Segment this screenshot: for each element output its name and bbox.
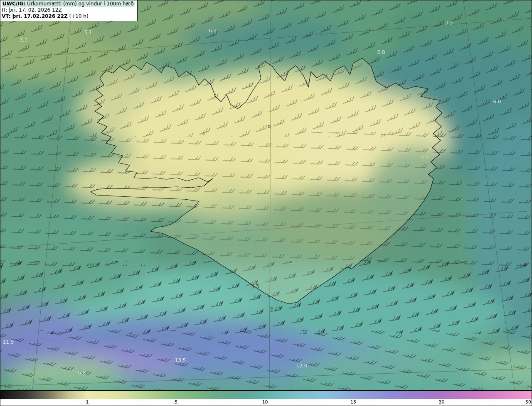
product-description: Úrkomumætti (mm) og vindur í 100m hæð xyxy=(25,1,133,7)
colorbar-tick-label: 30 xyxy=(438,399,444,405)
map-area: 3.05.16.23.35.86.01.01.20.94.511.913.512… xyxy=(0,0,532,391)
weather-map-screen: 3.05.16.23.35.86.01.01.20.94.511.913.512… xyxy=(0,0,532,406)
colorbar-tick-label: 50 xyxy=(525,399,531,405)
wind-barbs-far-south xyxy=(0,330,532,391)
precip-wind-map xyxy=(0,0,532,391)
colorbar-tick-label: 10 xyxy=(262,399,268,405)
colorbar-tick-label: 5 xyxy=(175,399,177,405)
valid-time-main: VT: þri. 17.02.2026 22Z xyxy=(2,13,68,19)
product-code: UWC/IG: xyxy=(2,1,25,7)
init-time: IT: þri. 17. 02. 2026 12Z xyxy=(2,7,135,13)
colorbar-tick-label: 1 xyxy=(86,399,89,405)
colorbar xyxy=(0,391,532,399)
valid-time: VT: þri. 17.02.2026 22Z (+10 h) xyxy=(2,13,135,20)
product-title: UWC/IG: Úrkomumætti (mm) og vindur í 100… xyxy=(2,1,135,7)
colorbar-tick-label: 15 xyxy=(350,399,356,405)
product-info-box: UWC/IG: Úrkomumætti (mm) og vindur í 100… xyxy=(0,0,138,21)
valid-time-offset: (+10 h) xyxy=(68,13,89,19)
colorbar-ticks: 1510153050 xyxy=(0,399,532,406)
